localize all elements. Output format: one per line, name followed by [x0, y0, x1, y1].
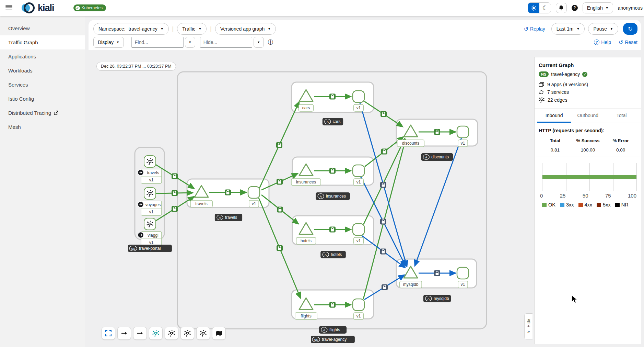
status-chart-plot	[542, 163, 636, 191]
graph-toolbar-card: Namespace: travel-agency ▼ | Traffic ▼ |…	[89, 20, 641, 50]
help-icon[interactable]: ?	[572, 5, 578, 11]
graph-layout-icon	[184, 330, 191, 337]
gridline	[636, 163, 637, 191]
sidebar-item-label: Mesh	[8, 124, 21, 130]
sun-icon	[531, 5, 537, 11]
legend-label: 3xx	[566, 202, 574, 208]
stat-text: 22 edges	[548, 97, 567, 103]
legend-swatch	[578, 203, 583, 207]
graph-layout-button[interactable]	[180, 327, 194, 340]
graph-layout-button[interactable]	[196, 327, 210, 340]
http-rate-table: Total% Success% Error0.81100.000.00	[536, 135, 640, 157]
graph-layout-button[interactable]	[165, 327, 178, 340]
chevron-down-icon: ▼	[198, 27, 201, 31]
arrow-right-icon	[137, 331, 143, 335]
external-link-icon	[54, 111, 58, 115]
sidebar-item-services[interactable]: Services	[0, 78, 85, 92]
replay-button[interactable]: ↺ Replay	[524, 26, 545, 32]
display-dropdown[interactable]: Display ▼	[93, 37, 124, 48]
language-select[interactable]: English ▼	[583, 2, 613, 13]
fit-view-button[interactable]	[102, 327, 115, 340]
legend-swatch	[542, 203, 547, 207]
interval-dropdown[interactable]: Last 1m ▼	[551, 23, 585, 35]
tab-outbound[interactable]: Outbound	[571, 109, 605, 123]
rate-col-header: % Success	[572, 136, 605, 147]
legend-item-5xx: 5xx	[597, 202, 611, 208]
sidebar: OverviewTraffic GraphApplicationsWorkloa…	[0, 16, 85, 347]
chevron-down-icon: ▼	[576, 27, 579, 31]
namespace-dropdown[interactable]: Namespace: travel-agency ▼	[93, 23, 169, 35]
graph-layout-button[interactable]	[149, 327, 163, 340]
divider: |	[210, 25, 212, 33]
traffic-dropdown[interactable]: Traffic ▼	[177, 23, 207, 35]
graph-type-dropdown[interactable]: Versioned app graph ▼	[215, 23, 276, 35]
namespace-label: Namespace:	[98, 26, 126, 32]
display-label: Display	[98, 40, 114, 45]
kiali-logo: kiali	[21, 2, 54, 14]
info-icon[interactable]: ⓘ	[268, 39, 273, 46]
summary-panel: Current Graph NS travel-agency ✓ 9 apps …	[534, 57, 641, 344]
tab-inbound[interactable]: Inbound	[537, 109, 571, 123]
map-button[interactable]	[212, 327, 226, 340]
sidebar-item-label: Istio Config	[8, 96, 34, 102]
divider: |	[172, 25, 174, 33]
refresh-button[interactable]: ↻	[623, 23, 637, 35]
sidebar-item-traffic-graph[interactable]: Traffic Graph	[0, 35, 85, 49]
moon-icon: ☾	[542, 4, 548, 12]
dark-theme-button[interactable]: ☾	[539, 3, 551, 13]
http-rate-title: HTTP (requests per second):	[535, 123, 641, 135]
chevron-down-icon: ▼	[606, 6, 609, 10]
sidebar-nav: OverviewTraffic GraphApplicationsWorkloa…	[0, 21, 85, 134]
fit-view-icon	[105, 330, 112, 336]
rate-value: 0.00	[604, 147, 637, 153]
sidebar-item-mesh[interactable]: Mesh	[0, 120, 85, 134]
light-theme-button[interactable]	[528, 3, 539, 13]
kubernetes-badge-label: Kubernetes	[82, 5, 103, 10]
health-ok-icon: ✓	[582, 72, 587, 77]
sidebar-item-applications[interactable]: Applications	[0, 49, 85, 64]
x-tick-label: 25	[560, 193, 566, 199]
panel-namespace-name: travel-agency	[551, 71, 580, 77]
arrow-right-button[interactable]	[117, 327, 131, 340]
hide-tab-label: Hide	[526, 319, 531, 327]
rate-col-header: % Error	[604, 136, 637, 147]
stat-row: 7 services	[539, 89, 637, 95]
refresh-icon: ↻	[628, 25, 633, 33]
notifications-button[interactable]	[556, 3, 567, 13]
rate-value: 100.00	[572, 147, 605, 153]
hide-options-button[interactable]: ▼	[254, 37, 264, 48]
find-options-button[interactable]: ▼	[185, 37, 195, 48]
chevron-down-icon: ▼	[161, 27, 164, 31]
sidebar-item-workloads[interactable]: Workloads	[0, 64, 85, 78]
refresh-mode-dropdown[interactable]: Pause ▼	[588, 23, 618, 35]
check-icon: ✓	[75, 6, 80, 10]
tab-total[interactable]: Total	[605, 109, 638, 123]
question-circle-icon: ?	[594, 40, 599, 45]
graph-stats: 9 apps (9 versions)7 services22 edges	[539, 82, 637, 103]
interval-value: Last 1m	[557, 26, 574, 32]
sidebar-item-overview[interactable]: Overview	[0, 21, 85, 35]
arrow-right-icon	[121, 331, 127, 335]
kiali-logo-icon	[21, 2, 36, 14]
x-tick-label: 100	[628, 193, 636, 199]
namespace-value: travel-agency	[129, 26, 157, 32]
legend-item-nr: NR	[615, 202, 629, 208]
services-icon	[539, 90, 544, 95]
legend-swatch	[615, 203, 620, 207]
graph-layout-icon	[168, 330, 175, 337]
graph-help-button[interactable]: ? Help	[594, 40, 611, 45]
hamburger-menu-icon[interactable]	[5, 5, 12, 10]
legend-swatch	[560, 203, 564, 207]
stat-row: 9 apps (9 versions)	[539, 82, 637, 87]
chevron-down-icon: ▼	[257, 41, 260, 44]
username: anonymous	[618, 5, 643, 11]
reset-button[interactable]: ↺ Reset	[619, 39, 637, 46]
traffic-tabs: InboundOutboundTotal	[535, 109, 641, 123]
mouse-cursor	[571, 295, 578, 304]
sidebar-item-distributed-tracing[interactable]: Distributed Tracing	[0, 106, 85, 120]
sidebar-item-istio-config[interactable]: Istio Config	[0, 92, 85, 106]
hide-panel-tab[interactable]: Hide »	[524, 313, 532, 339]
arrow-right-button[interactable]	[133, 327, 147, 340]
find-input[interactable]	[131, 37, 184, 48]
hide-input[interactable]	[200, 37, 252, 48]
